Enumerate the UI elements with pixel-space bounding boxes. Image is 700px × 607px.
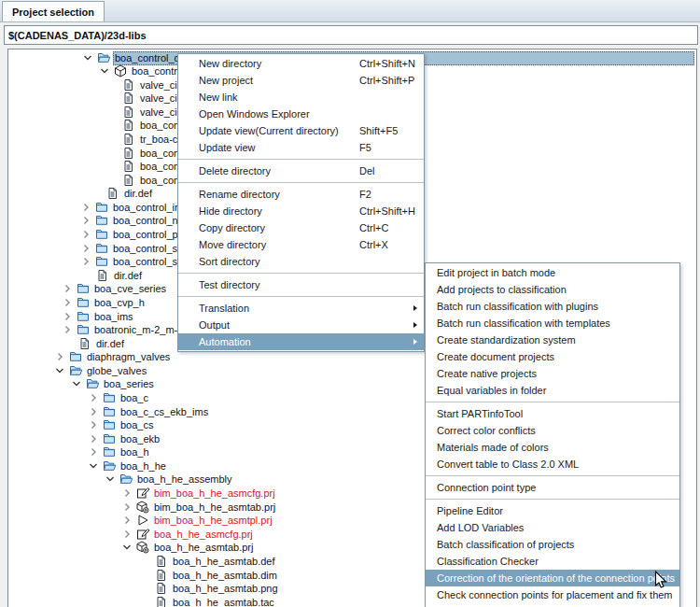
tree-item-label: boa_c_cs_ekb_ims: [119, 405, 210, 419]
menu-item-label: Copy directory: [199, 222, 265, 233]
chevron-right-icon[interactable]: [62, 283, 73, 296]
chevron-down-icon[interactable]: [71, 378, 82, 391]
menu-item-open-windows-explorer[interactable]: Open Windows Explorer: [178, 106, 424, 122]
part-gear-icon: [136, 501, 149, 515]
folder-icon: [103, 432, 116, 446]
tree-item-label: dir.def: [94, 337, 126, 351]
menu-item-new-directory[interactable]: New directoryCtrl+Shift+N: [178, 55, 424, 72]
folder-icon: [103, 418, 116, 432]
folder-icon: [77, 282, 90, 296]
menu-item-correction-of-the-orientation-of-the-connection-points[interactable]: Correction of the orientation of the con…: [426, 570, 679, 586]
chevron-right-icon[interactable]: [62, 324, 73, 337]
menu-item-move-directory[interactable]: Move directoryCtrl+X: [178, 236, 424, 253]
folder-icon: [103, 391, 116, 405]
menu-item-label: Delete directory: [199, 165, 271, 176]
menu-item-label: Batch run classification with templates: [437, 318, 610, 329]
tab-project-selection[interactable]: Project selection: [2, 1, 105, 21]
menu-item-delete-directory[interactable]: Delete directoryDel: [178, 162, 424, 179]
chevron-right-icon[interactable]: [80, 202, 91, 215]
chevron-right-icon[interactable]: [80, 229, 91, 242]
chevron-down-icon[interactable]: [99, 65, 110, 78]
menu-item-copy-directory[interactable]: Copy directoryCtrl+C: [178, 219, 424, 236]
menu-item-create-document-projects[interactable]: Create document projects: [426, 348, 679, 365]
chevron-right-icon[interactable]: [80, 243, 91, 256]
menu-item-automation[interactable]: Automation: [178, 333, 424, 350]
menu-item-label: Create document projects: [437, 351, 554, 362]
menu-item-rename-directory[interactable]: Rename directoryF2: [178, 186, 424, 203]
tree-item-label: boa_series: [102, 377, 156, 391]
chevron-right-icon[interactable]: [80, 215, 91, 228]
chevron-right-icon[interactable]: [88, 433, 99, 446]
menu-item-start-partinfotool[interactable]: Start PARTinfoTool: [426, 405, 679, 422]
menu-item-create-standardization-system[interactable]: Create standardization system: [426, 332, 679, 348]
menu-item-convert-table-to-class-2-0-xml[interactable]: Convert table to Class 2.0 XML: [426, 456, 679, 473]
menu-item-new-link[interactable]: New link: [178, 89, 424, 106]
menu-item-add-lod-variables[interactable]: Add LOD Variables: [426, 519, 679, 536]
tree-item-label: boa_h_he_asmtab.dim: [171, 569, 279, 583]
menu-item-label: Materials made of colors: [437, 442, 549, 453]
doc-icon: [155, 596, 167, 607]
menu-item-batch-classification-of-projects[interactable]: Batch classification of projects: [426, 536, 679, 553]
menu-item-batch-run-classification-with-templates[interactable]: Batch run classification with templates: [426, 315, 679, 332]
chevron-right-icon[interactable]: [88, 419, 99, 432]
menu-item-test-directory[interactable]: Test directory: [178, 276, 424, 293]
folder-icon: [103, 445, 116, 459]
menu-item-correct-color-conflicts[interactable]: Correct color conflicts: [426, 422, 679, 439]
chevron-right-icon[interactable]: [54, 351, 65, 364]
tab-label: Project selection: [12, 7, 94, 18]
chevron-right-icon[interactable]: [88, 446, 99, 459]
tree-item-label: boa_control_pic: [111, 228, 188, 242]
chevron-right-icon[interactable]: [88, 392, 99, 405]
menu-item-label: Move directory: [199, 239, 266, 250]
menu-item-label: Test directory: [199, 279, 259, 290]
tree-item-label: boatronic_m-2_m-42: [92, 323, 191, 337]
automation-submenu: Edit project in batch modeAdd projects t…: [425, 262, 680, 607]
chevron-right-icon[interactable]: [80, 256, 91, 269]
folder-open-icon: [86, 377, 100, 391]
menu-item-classification-checker[interactable]: Classification Checker: [426, 553, 679, 570]
menu-item-create-native-projects[interactable]: Create native projects: [426, 365, 679, 382]
menu-item-shortcut: Ctrl+Shift+P: [359, 72, 414, 89]
menu-item-label: New link: [199, 92, 238, 103]
menu-item-edit-project-in-batch-mode[interactable]: Edit project in batch mode: [426, 264, 679, 281]
chevron-right-icon[interactable]: [121, 529, 133, 542]
chevron-down-icon[interactable]: [88, 460, 99, 473]
chevron-right-icon[interactable]: [121, 501, 133, 515]
menu-item-hide-directory[interactable]: Hide directoryCtrl+Shift+H: [178, 203, 424, 219]
chevron-right-icon[interactable]: [62, 311, 73, 324]
menu-item-check-connection-points-for-placement-and-fix-them[interactable]: Check connection points for placement an…: [426, 586, 679, 603]
menu-item-set-endoflife[interactable]: Set EndOfLife: [426, 603, 679, 607]
menu-item-shortcut: Ctrl+C: [359, 219, 388, 236]
menu-item-connection-point-type[interactable]: Connection point type: [426, 479, 679, 496]
menu-item-new-project[interactable]: New projectCtrl+Shift+P: [178, 72, 424, 89]
menu-item-output[interactable]: Output: [178, 317, 424, 333]
menu-item-add-projects-to-classification[interactable]: Add projects to classification: [426, 281, 679, 298]
chevron-right-icon[interactable]: [88, 406, 99, 419]
chevron-down-icon[interactable]: [121, 542, 133, 555]
menu-separator: [426, 475, 679, 476]
chevron-right-icon[interactable]: [121, 487, 133, 501]
chevron-down-icon[interactable]: [105, 473, 116, 487]
folder-icon: [95, 214, 108, 228]
folder-open-icon: [119, 473, 133, 487]
tab-strip: Project selection: [0, 0, 700, 22]
path-input[interactable]: [4, 25, 698, 45]
menu-item-update-view[interactable]: Update viewF5: [178, 139, 424, 156]
chevron-right-icon[interactable]: [62, 297, 73, 310]
menu-item-sort-directory[interactable]: Sort directory: [178, 253, 424, 270]
menu-item-label: Sort directory: [199, 256, 259, 267]
menu-item-pipeline-editor[interactable]: Pipeline Editor: [426, 502, 679, 519]
menu-item-update-view-current-directory[interactable]: Update view(Current directory)Shift+F5: [178, 122, 424, 139]
tree-item-label: boa_cs: [119, 418, 155, 432]
menu-item-translation[interactable]: Translation: [178, 300, 424, 317]
chevron-down-icon[interactable]: [82, 52, 93, 65]
menu-item-equal-variables-in-folder[interactable]: Equal variables in folder: [426, 382, 679, 399]
folder-icon: [95, 201, 108, 215]
chevron-right-icon[interactable]: [121, 515, 133, 528]
folder-icon: [77, 323, 90, 337]
menu-separator: [426, 499, 679, 500]
menu-item-batch-run-classification-with-plugins[interactable]: Batch run classification with plugins: [426, 298, 679, 315]
chevron-down-icon[interactable]: [54, 365, 65, 378]
menu-item-materials-made-of-colors[interactable]: Materials made of colors: [426, 439, 679, 456]
tree-item-label: boa_h: [119, 445, 151, 459]
